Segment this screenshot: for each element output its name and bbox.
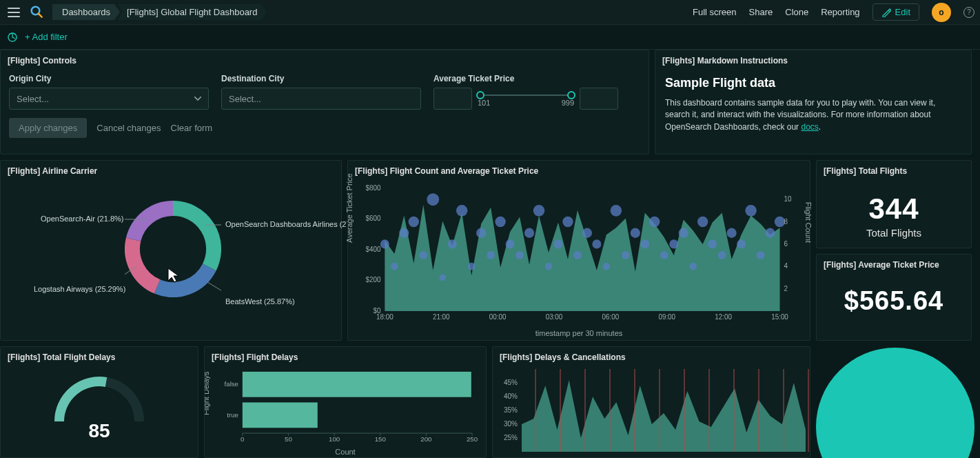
breadcrumb-dashboards[interactable]: Dashboards <box>52 4 120 20</box>
opensearch-logo-icon[interactable] <box>30 6 44 19</box>
range-handle-min[interactable] <box>476 91 484 99</box>
svg-point-27 <box>592 239 601 248</box>
svg-text:50: 50 <box>285 435 292 443</box>
svg-text:30%: 30% <box>504 420 518 428</box>
svg-text:03:00: 03:00 <box>546 313 563 321</box>
svg-text:100: 100 <box>329 435 340 443</box>
breadcrumb-current[interactable]: [Flights] Global Flight Dashboard <box>117 4 267 20</box>
svg-point-15 <box>476 228 486 238</box>
svg-text:45%: 45% <box>504 379 518 386</box>
svg-text:12:00: 12:00 <box>715 313 732 321</box>
panel-title: [Flights] Total Flight Delays <box>1 347 198 366</box>
combo-chart[interactable]: Average Ticket Price Flight Count timest… <box>348 180 810 339</box>
docs-link[interactable]: docs <box>801 122 818 132</box>
edit-label: Edit <box>895 7 910 17</box>
svg-point-33 <box>649 217 660 228</box>
hbar-x-label: Count <box>335 448 355 456</box>
origin-city-select[interactable]: Select... <box>9 88 209 110</box>
donut-chart[interactable]: OpenSearch-Air (21.8%) OpenSearch Dashbo… <box>1 180 341 339</box>
panel-title: [Flights] Average Ticket Price <box>817 255 971 274</box>
svg-point-12 <box>448 239 457 248</box>
panel-delays-cancel: [Flights] Delays & Cancellations 25%30%3… <box>492 346 810 458</box>
pencil-icon <box>881 8 891 17</box>
svg-point-19 <box>515 251 524 259</box>
svg-text:0: 0 <box>241 435 244 443</box>
price-max-input[interactable] <box>580 88 618 110</box>
share-link[interactable]: Share <box>749 7 773 17</box>
svg-point-39 <box>708 239 717 248</box>
add-filter-link[interactable]: + Add filter <box>25 32 68 42</box>
delays-cancel-chart[interactable]: 25%30%35%40%45% <box>493 366 810 456</box>
svg-text:09:00: 09:00 <box>658 313 675 321</box>
price-min-input[interactable] <box>433 88 472 110</box>
floating-action-circle[interactable] <box>816 348 974 458</box>
range-min-label: 101 <box>478 99 490 107</box>
price-range-slider[interactable]: 101 999 <box>478 90 574 107</box>
svg-point-37 <box>689 263 697 270</box>
user-avatar[interactable]: o <box>932 3 951 22</box>
gauge-chart[interactable]: 85 Total Delays <box>1 366 198 456</box>
svg-rect-66 <box>243 402 318 428</box>
svg-text:$400: $400 <box>366 246 381 253</box>
fullscreen-link[interactable]: Full screen <box>693 7 737 17</box>
svg-point-40 <box>718 251 726 259</box>
markdown-heading: Sample Flight data <box>665 74 961 92</box>
svg-point-11 <box>439 275 445 281</box>
svg-point-5 <box>380 239 389 248</box>
svg-point-24 <box>562 217 573 228</box>
svg-point-18 <box>506 239 515 248</box>
help-icon[interactable]: ? <box>963 7 974 18</box>
svg-text:18:00: 18:00 <box>376 313 394 321</box>
x-axis-label: timestamp per 30 minutes <box>535 329 623 337</box>
markdown-text: This dashboard contains sample data for … <box>665 97 961 133</box>
svg-point-30 <box>622 251 630 259</box>
svg-text:$800: $800 <box>366 184 381 192</box>
svg-point-29 <box>611 205 622 217</box>
svg-point-44 <box>757 251 765 259</box>
svg-point-14 <box>468 263 476 270</box>
svg-text:150: 150 <box>375 435 386 443</box>
clear-form-button[interactable]: Clear form <box>171 123 213 133</box>
svg-text:200: 200 <box>420 435 431 443</box>
panel-flight-count-price: [Flights] Flight Count and Average Ticke… <box>347 160 810 341</box>
hbar-chart[interactable]: Flight Delays Count 050100150200250 fals… <box>205 366 486 456</box>
apply-changes-button[interactable]: Apply changes <box>9 118 87 138</box>
origin-city-label: Origin City <box>9 74 209 83</box>
panel-title: [Flights] Markdown Instructions <box>655 50 971 70</box>
svg-text:8: 8 <box>784 217 788 225</box>
svg-point-31 <box>631 228 640 238</box>
cancel-changes-button[interactable]: Cancel changes <box>96 123 161 133</box>
chevron-down-icon <box>194 97 201 101</box>
svg-point-36 <box>679 228 688 238</box>
svg-point-9 <box>419 251 427 259</box>
panel-flight-delays: [Flights] Flight Delays Flight Delays Co… <box>204 346 487 458</box>
svg-point-13 <box>456 205 468 217</box>
select-placeholder: Select... <box>229 94 261 104</box>
menu-icon[interactable] <box>6 4 22 21</box>
range-handle-max[interactable] <box>567 91 575 99</box>
clone-link[interactable]: Clone <box>785 7 808 17</box>
panel-total-flights: [Flights] Total Flights 344 Total Flight… <box>816 160 972 248</box>
svg-point-26 <box>582 228 592 238</box>
reporting-link[interactable]: Reporting <box>821 7 859 17</box>
panel-title: [Flights] Total Flights <box>817 161 971 180</box>
svg-point-10 <box>427 193 439 206</box>
destination-city-label: Destination City <box>221 74 421 83</box>
svg-point-22 <box>545 263 553 270</box>
svg-text:false: false <box>225 380 238 388</box>
donut-label-beats: BeatsWest (25.87%) <box>225 297 295 306</box>
avg-price-value: $565.64 <box>817 286 971 316</box>
hbar-y-label: Flight Delays <box>204 371 210 415</box>
svg-point-34 <box>660 251 668 259</box>
svg-text:10: 10 <box>784 195 791 203</box>
svg-text:06:00: 06:00 <box>602 313 620 321</box>
svg-text:250: 250 <box>467 435 478 443</box>
edit-button[interactable]: Edit <box>872 3 919 21</box>
panel-avg-price: [Flights] Average Ticket Price $565.64 <box>816 254 972 341</box>
app-header: Dashboards [Flights] Global Flight Dashb… <box>0 0 980 25</box>
svg-point-38 <box>697 217 708 228</box>
destination-city-select[interactable]: Select... <box>221 88 421 110</box>
filter-toggle-icon[interactable] <box>7 32 18 43</box>
filter-bar: + Add filter <box>0 25 980 50</box>
svg-point-20 <box>524 228 534 238</box>
